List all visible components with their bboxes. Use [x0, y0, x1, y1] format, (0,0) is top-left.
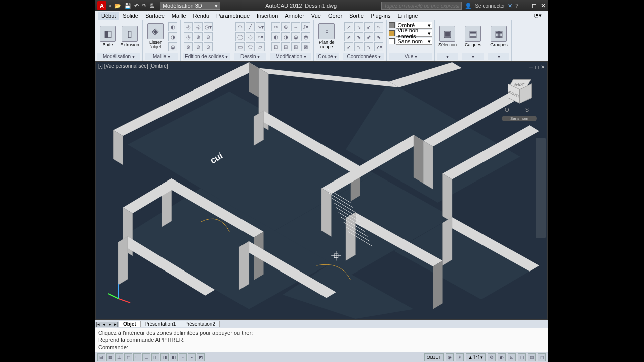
sb-polar[interactable]: ◻ — [124, 353, 132, 361]
maille-sm2[interactable]: ◑ — [168, 32, 177, 41]
sb-3dosnap[interactable]: ∟ — [142, 353, 150, 361]
sb-r8[interactable]: ◻ — [538, 353, 546, 361]
vp-max-icon[interactable]: ◻ — [535, 64, 539, 70]
panel-calques-exp[interactable]: ▾ — [462, 53, 484, 60]
ed2[interactable]: ◵ — [194, 22, 203, 31]
dr2[interactable]: ╱ — [246, 22, 255, 31]
sb-r5[interactable]: ⊡ — [508, 353, 516, 361]
visual-style-dd2[interactable]: Vue non enregis▾ — [396, 30, 432, 37]
sb-scale[interactable]: ▲ 1:1 ▾ — [466, 353, 486, 361]
co2[interactable]: ↘ — [354, 22, 363, 31]
viewcube-compass[interactable]: OS — [502, 107, 532, 114]
ed1[interactable]: ◴ — [184, 22, 193, 31]
ed7[interactable]: ⊗ — [184, 42, 193, 51]
selection-button[interactable]: ▣Sélection — [437, 21, 458, 51]
tab-surface[interactable]: Surface — [142, 12, 168, 20]
command-window[interactable]: Cliquez à l'intérieur des zones délimité… — [95, 328, 548, 352]
co10[interactable]: ⤡ — [354, 42, 363, 51]
co11[interactable]: ⤣ — [364, 42, 373, 51]
ed5[interactable]: ⊕ — [194, 32, 203, 41]
co3[interactable]: ↙ — [364, 22, 373, 31]
sb-snap[interactable]: ⊞ — [97, 353, 105, 361]
signin-link[interactable]: Se connecter — [475, 3, 505, 9]
dr8[interactable]: ⬠ — [246, 42, 255, 51]
tab-debut[interactable]: Début — [98, 12, 119, 20]
mo4[interactable]: ⤴▾ — [301, 22, 310, 31]
viewcube-menu[interactable]: Sans nom — [502, 116, 537, 121]
ed6[interactable]: ⊖ — [204, 32, 213, 41]
mo12[interactable]: ⊠ — [301, 42, 310, 51]
ed3[interactable]: ◶▾ — [204, 22, 213, 31]
sb-otrack[interactable]: ◫ — [151, 353, 159, 361]
mo5[interactable]: ◐ — [271, 32, 280, 41]
sb-tpy[interactable]: ▪ — [188, 353, 196, 361]
tab-objet[interactable]: Objet — [119, 321, 141, 327]
dr4[interactable]: ◯ — [235, 32, 245, 41]
mo2[interactable]: ⊕ — [281, 22, 290, 31]
workspace-dropdown[interactable]: Modélisation 3D▾ — [160, 2, 220, 10]
boite-button[interactable]: ◧Boîte — [97, 21, 118, 51]
sb-ortho[interactable]: ⊥ — [115, 353, 123, 361]
dr3[interactable]: ∿▾ — [256, 22, 265, 31]
panel-selection-exp[interactable]: ▾ — [437, 53, 458, 60]
sb-ducs[interactable]: ◨ — [160, 353, 169, 361]
tab-rendu[interactable]: Rendu — [190, 12, 212, 20]
co4[interactable]: ↖ — [374, 22, 383, 31]
mo8[interactable]: ◓ — [301, 32, 310, 41]
qat-new-icon[interactable]: ▫ — [109, 3, 111, 9]
tab-solide[interactable]: Solide — [120, 12, 141, 20]
restore-icon[interactable]: ◻ — [532, 2, 537, 9]
tab-annoter[interactable]: Annoter — [282, 12, 307, 20]
tab-vue[interactable]: Vue — [308, 12, 324, 20]
mo11[interactable]: ⊞ — [291, 42, 300, 51]
sb-lwt[interactable]: ▫ — [179, 353, 187, 361]
sb-r1[interactable]: ◉ — [446, 353, 454, 361]
exchange-icon[interactable]: ✕ — [508, 3, 512, 9]
ed8[interactable]: ⊘ — [194, 42, 203, 51]
panel-dessin-label[interactable]: Dessin — [234, 53, 266, 60]
user-icon[interactable]: 👤 — [465, 3, 472, 9]
ed9[interactable]: ⊙ — [204, 42, 213, 51]
panel-vue-label[interactable]: Vue — [389, 53, 432, 60]
dr5[interactable]: ◌ — [246, 32, 255, 41]
app-icon[interactable]: A — [97, 1, 106, 10]
tab-presentation2[interactable]: Présentation2 — [180, 321, 220, 327]
tab-nav-first[interactable]: |◂ — [95, 322, 101, 327]
plancoupe-button[interactable]: ▫Plan de coupe — [316, 21, 337, 51]
dr1[interactable]: ◠ — [235, 22, 245, 31]
panel-modelisation-label[interactable]: Modélisation — [97, 53, 140, 60]
viewcube[interactable]: HAUT AVANT OS Sans nom — [502, 77, 537, 123]
co12[interactable]: ⤤▾ — [374, 42, 383, 51]
ed4[interactable]: ◷ — [184, 32, 193, 41]
co8[interactable]: ⬉ — [374, 32, 383, 41]
panel-maille-label[interactable]: Maille — [145, 53, 178, 60]
panel-groupes-exp[interactable]: ▾ — [488, 53, 509, 60]
dr7[interactable]: ▭ — [235, 42, 245, 51]
mo3[interactable]: ↔ — [291, 22, 300, 31]
ribbon-min-icon[interactable]: ◔▾ — [531, 11, 545, 20]
qat-save-icon[interactable]: 💾 — [124, 3, 131, 9]
mo6[interactable]: ◑ — [281, 32, 290, 41]
maille-sm3[interactable]: ◒ — [168, 42, 177, 51]
panel-edition-label[interactable]: Edition de solides — [183, 53, 230, 60]
viewport[interactable]: [-] [Vue personnalisée] [Ombré] ─ ◻ ✕ — [95, 61, 548, 320]
co5[interactable]: ⬈ — [344, 32, 353, 41]
sb-qp[interactable]: ◩ — [197, 353, 205, 361]
sb-dyn[interactable]: ◧ — [170, 353, 178, 361]
tab-sortie[interactable]: Sortie — [346, 12, 367, 20]
co7[interactable]: ⬋ — [364, 32, 373, 41]
dr6[interactable]: ○▾ — [256, 32, 265, 41]
sb-r6[interactable]: ◫ — [518, 353, 526, 361]
mo10[interactable]: ⊟ — [281, 42, 290, 51]
mo1[interactable]: ✂ — [271, 22, 280, 31]
vp-close-icon[interactable]: ✕ — [541, 64, 545, 70]
tab-maille[interactable]: Maille — [169, 12, 189, 20]
qat-open-icon[interactable]: 📂 — [114, 3, 121, 9]
tab-nav-next[interactable]: ▸ — [107, 322, 113, 327]
co9[interactable]: ⤢ — [344, 42, 353, 51]
sb-r4[interactable]: ◐ — [498, 353, 506, 361]
extrusion-button[interactable]: ▯Extrusion — [119, 21, 140, 51]
tab-presentation1[interactable]: Présentation1 — [141, 321, 181, 327]
drawing-canvas[interactable]: cui — [96, 62, 547, 319]
sb-osnap[interactable]: ⬚ — [133, 353, 141, 361]
